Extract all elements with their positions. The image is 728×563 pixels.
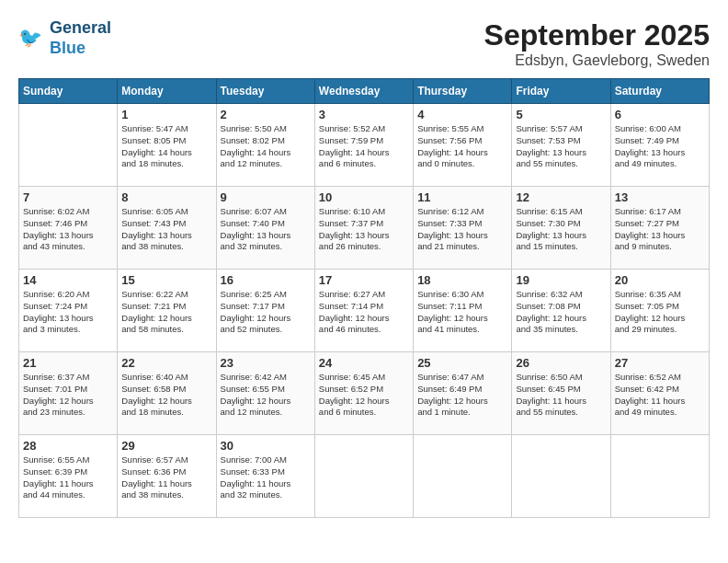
column-header-thursday: Thursday	[414, 79, 512, 104]
day-content: Sunrise: 6:27 AM Sunset: 7:14 PM Dayligh…	[319, 289, 409, 336]
calendar-cell: 12Sunrise: 6:15 AM Sunset: 7:30 PM Dayli…	[512, 187, 610, 270]
calendar-table: SundayMondayTuesdayWednesdayThursdayFrid…	[18, 78, 710, 518]
day-content: Sunrise: 6:32 AM Sunset: 7:08 PM Dayligh…	[516, 289, 606, 336]
day-content: Sunrise: 6:05 AM Sunset: 7:43 PM Dayligh…	[121, 206, 211, 253]
day-content: Sunrise: 5:50 AM Sunset: 8:02 PM Dayligh…	[221, 123, 311, 170]
day-content: Sunrise: 6:55 AM Sunset: 6:39 PM Dayligh…	[23, 454, 113, 501]
day-content: Sunrise: 5:47 AM Sunset: 8:05 PM Dayligh…	[121, 123, 211, 170]
calendar-cell: 1Sunrise: 5:47 AM Sunset: 8:05 PM Daylig…	[118, 104, 216, 187]
calendar-week-2: 7Sunrise: 6:02 AM Sunset: 7:46 PM Daylig…	[19, 187, 710, 270]
calendar-cell: 9Sunrise: 6:07 AM Sunset: 7:40 PM Daylig…	[216, 187, 314, 270]
calendar-cell: 13Sunrise: 6:17 AM Sunset: 7:27 PM Dayli…	[610, 187, 709, 270]
day-content: Sunrise: 6:37 AM Sunset: 7:01 PM Dayligh…	[23, 372, 113, 419]
day-content: Sunrise: 6:42 AM Sunset: 6:55 PM Dayligh…	[221, 372, 311, 419]
page-header: 🐦 General Blue September 2025 Edsbyn, Ga…	[18, 18, 710, 69]
day-number: 3	[319, 108, 409, 121]
calendar-cell: 29Sunrise: 6:57 AM Sunset: 6:36 PM Dayli…	[118, 435, 216, 518]
calendar-cell: 16Sunrise: 6:25 AM Sunset: 7:17 PM Dayli…	[216, 270, 314, 352]
title-section: September 2025 Edsbyn, Gaevleborg, Swede…	[484, 18, 710, 69]
calendar-cell: 19Sunrise: 6:32 AM Sunset: 7:08 PM Dayli…	[512, 270, 610, 352]
day-number: 13	[615, 190, 705, 204]
day-number: 7	[23, 190, 113, 204]
day-content: Sunrise: 5:52 AM Sunset: 7:59 PM Dayligh…	[319, 123, 409, 170]
column-header-wednesday: Wednesday	[314, 79, 413, 104]
calendar-cell: 7Sunrise: 6:02 AM Sunset: 7:46 PM Daylig…	[19, 187, 118, 270]
calendar-cell: 28Sunrise: 6:55 AM Sunset: 6:39 PM Dayli…	[19, 435, 118, 518]
day-number: 27	[615, 356, 705, 370]
calendar-cell: 14Sunrise: 6:20 AM Sunset: 7:24 PM Dayli…	[19, 270, 118, 352]
day-number: 26	[516, 356, 606, 370]
day-content: Sunrise: 6:07 AM Sunset: 7:40 PM Dayligh…	[221, 206, 311, 253]
day-number: 6	[615, 108, 705, 121]
calendar-week-1: 1Sunrise: 5:47 AM Sunset: 8:05 PM Daylig…	[19, 104, 710, 187]
day-number: 1	[121, 108, 211, 121]
day-content: Sunrise: 6:45 AM Sunset: 6:52 PM Dayligh…	[319, 372, 409, 419]
calendar-cell: 26Sunrise: 6:50 AM Sunset: 6:45 PM Dayli…	[512, 352, 610, 435]
column-header-saturday: Saturday	[610, 79, 709, 104]
calendar-cell: 18Sunrise: 6:30 AM Sunset: 7:11 PM Dayli…	[414, 270, 512, 352]
day-number: 23	[221, 356, 311, 370]
day-content: Sunrise: 6:12 AM Sunset: 7:33 PM Dayligh…	[417, 206, 507, 253]
day-content: Sunrise: 6:17 AM Sunset: 7:27 PM Dayligh…	[615, 206, 705, 253]
day-number: 2	[221, 108, 311, 121]
day-content: Sunrise: 6:57 AM Sunset: 6:36 PM Dayligh…	[121, 454, 211, 501]
calendar-cell	[19, 104, 118, 187]
logo: 🐦 General Blue	[18, 18, 111, 58]
day-number: 12	[516, 190, 606, 204]
column-header-friday: Friday	[512, 79, 610, 104]
calendar-cell: 22Sunrise: 6:40 AM Sunset: 6:58 PM Dayli…	[118, 352, 216, 435]
calendar-cell: 11Sunrise: 6:12 AM Sunset: 7:33 PM Dayli…	[414, 187, 512, 270]
calendar-cell: 27Sunrise: 6:52 AM Sunset: 6:42 PM Dayli…	[610, 352, 709, 435]
day-content: Sunrise: 6:50 AM Sunset: 6:45 PM Dayligh…	[516, 372, 606, 419]
location-title: Edsbyn, Gaevleborg, Sweden	[484, 52, 710, 69]
svg-text:🐦: 🐦	[18, 26, 43, 50]
day-number: 17	[319, 273, 409, 287]
day-number: 11	[417, 190, 507, 204]
calendar-cell	[512, 435, 610, 518]
day-number: 5	[516, 108, 606, 121]
day-content: Sunrise: 6:22 AM Sunset: 7:21 PM Dayligh…	[121, 289, 211, 336]
calendar-cell: 2Sunrise: 5:50 AM Sunset: 8:02 PM Daylig…	[216, 104, 314, 187]
column-header-tuesday: Tuesday	[216, 79, 314, 104]
day-content: Sunrise: 6:20 AM Sunset: 7:24 PM Dayligh…	[23, 289, 113, 336]
day-number: 19	[516, 273, 606, 287]
calendar-cell: 21Sunrise: 6:37 AM Sunset: 7:01 PM Dayli…	[19, 352, 118, 435]
day-number: 14	[23, 273, 113, 287]
calendar-cell	[610, 435, 709, 518]
calendar-header-row: SundayMondayTuesdayWednesdayThursdayFrid…	[19, 79, 710, 104]
day-content: Sunrise: 6:15 AM Sunset: 7:30 PM Dayligh…	[516, 206, 606, 253]
calendar-cell: 4Sunrise: 5:55 AM Sunset: 7:56 PM Daylig…	[414, 104, 512, 187]
day-content: Sunrise: 6:47 AM Sunset: 6:49 PM Dayligh…	[417, 372, 507, 419]
month-title: September 2025	[484, 18, 710, 52]
calendar-cell: 15Sunrise: 6:22 AM Sunset: 7:21 PM Dayli…	[118, 270, 216, 352]
column-header-sunday: Sunday	[19, 79, 118, 104]
logo-text: General Blue	[50, 18, 111, 58]
day-content: Sunrise: 6:02 AM Sunset: 7:46 PM Dayligh…	[23, 206, 113, 253]
calendar-cell: 5Sunrise: 5:57 AM Sunset: 7:53 PM Daylig…	[512, 104, 610, 187]
day-content: Sunrise: 7:00 AM Sunset: 6:33 PM Dayligh…	[221, 454, 311, 501]
day-content: Sunrise: 6:10 AM Sunset: 7:37 PM Dayligh…	[319, 206, 409, 253]
calendar-cell: 23Sunrise: 6:42 AM Sunset: 6:55 PM Dayli…	[216, 352, 314, 435]
calendar-cell: 17Sunrise: 6:27 AM Sunset: 7:14 PM Dayli…	[314, 270, 413, 352]
calendar-cell	[314, 435, 413, 518]
day-number: 21	[23, 356, 113, 370]
day-number: 29	[121, 439, 211, 453]
column-header-monday: Monday	[118, 79, 216, 104]
day-number: 20	[615, 273, 705, 287]
day-content: Sunrise: 5:55 AM Sunset: 7:56 PM Dayligh…	[417, 123, 507, 170]
day-number: 30	[221, 439, 311, 453]
day-content: Sunrise: 6:35 AM Sunset: 7:05 PM Dayligh…	[615, 289, 705, 336]
calendar-cell	[414, 435, 512, 518]
calendar-cell: 25Sunrise: 6:47 AM Sunset: 6:49 PM Dayli…	[414, 352, 512, 435]
day-content: Sunrise: 6:25 AM Sunset: 7:17 PM Dayligh…	[221, 289, 311, 336]
calendar-cell: 20Sunrise: 6:35 AM Sunset: 7:05 PM Dayli…	[610, 270, 709, 352]
calendar-cell: 8Sunrise: 6:05 AM Sunset: 7:43 PM Daylig…	[118, 187, 216, 270]
day-content: Sunrise: 6:52 AM Sunset: 6:42 PM Dayligh…	[615, 372, 705, 419]
day-number: 10	[319, 190, 409, 204]
day-content: Sunrise: 6:00 AM Sunset: 7:49 PM Dayligh…	[615, 123, 705, 170]
calendar-week-5: 28Sunrise: 6:55 AM Sunset: 6:39 PM Dayli…	[19, 435, 710, 518]
day-number: 18	[417, 273, 507, 287]
day-content: Sunrise: 6:30 AM Sunset: 7:11 PM Dayligh…	[417, 289, 507, 336]
calendar-cell: 10Sunrise: 6:10 AM Sunset: 7:37 PM Dayli…	[314, 187, 413, 270]
calendar-week-3: 14Sunrise: 6:20 AM Sunset: 7:24 PM Dayli…	[19, 270, 710, 352]
